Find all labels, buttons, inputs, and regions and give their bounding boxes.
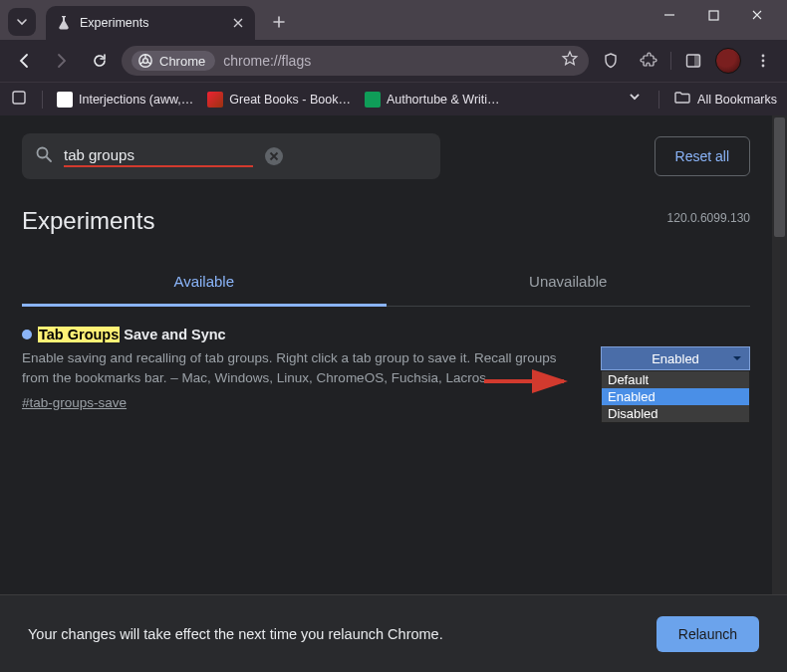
tab-title: Experiments [80,16,223,30]
flags-search-input[interactable] [64,146,253,163]
back-button[interactable] [8,45,40,77]
chrome-chip: Chrome [131,51,215,71]
flag-state-select[interactable]: Enabled [601,346,750,370]
url-text: chrome://flags [223,53,553,69]
page-viewport: Reset all Experiments 120.0.6099.130 Ava… [0,115,787,672]
window-controls [648,0,779,30]
reset-all-button[interactable]: Reset all [655,136,750,176]
bookmark-label: Great Books - Book… [229,93,351,107]
flag-title: Tab Groups Save and Sync [22,327,581,342]
bookmark-favicon [365,92,381,108]
search-icon [34,144,54,168]
all-bookmarks-label: All Bookmarks [697,93,777,107]
flask-icon [56,15,72,31]
tab-available[interactable]: Available [22,259,387,307]
profile-avatar[interactable] [715,48,741,74]
relaunch-message: Your changes will take effect the next t… [28,626,656,642]
vertical-scrollbar[interactable] [772,115,787,672]
minimize-button[interactable] [648,0,691,30]
flag-anchor-link[interactable]: #tab-groups-save [22,395,127,410]
extensions-icon[interactable] [633,45,664,77]
browser-toolbar: Chrome chrome://flags [0,40,787,82]
bookmark-label: Authortube & Writi… [387,93,500,107]
svg-point-5 [762,55,765,58]
svg-point-7 [762,65,765,68]
maximize-button[interactable] [691,0,735,30]
bookmark-favicon [207,92,223,108]
scrollbar-thumb[interactable] [774,117,785,237]
close-tab-button[interactable] [231,16,245,30]
reading-list-icon[interactable] [10,89,28,110]
forward-button[interactable] [46,45,78,77]
tab-search-button[interactable] [8,8,36,36]
address-bar[interactable]: Chrome chrome://flags [122,46,589,76]
kebab-menu-icon[interactable] [747,45,779,77]
modified-dot-icon [22,330,32,339]
chrome-chip-label: Chrome [159,54,205,69]
relaunch-bar: Your changes will take effect the next t… [0,594,787,672]
clear-search-button[interactable] [263,145,285,167]
bookmark-item[interactable]: Authortube & Writi… [365,92,500,108]
relaunch-button[interactable]: Relaunch [656,616,759,652]
tabs: Available Unavailable [22,259,750,307]
svg-rect-4 [694,55,700,67]
svg-point-6 [762,60,765,63]
browser-tab[interactable]: Experiments [46,6,255,40]
flag-description: Enable saving and recalling of tab group… [22,348,580,389]
page-title: Experiments [22,207,750,235]
folder-icon [673,89,691,110]
bookmarks-overflow-icon[interactable] [627,92,645,107]
shield-icon[interactable] [595,45,627,77]
bookmark-label: Interjections (aww,… [79,93,193,107]
dropdown-option-disabled[interactable]: Disabled [602,405,749,422]
bookmark-favicon [57,92,73,108]
close-window-button[interactable] [735,0,779,30]
flags-search-box[interactable] [22,133,440,179]
new-tab-button[interactable] [265,8,293,36]
svg-point-2 [143,59,148,64]
chevron-down-icon [731,352,743,367]
all-bookmarks-button[interactable]: All Bookmarks [673,89,777,110]
version-text: 120.0.6099.130 [667,211,750,225]
svg-point-9 [38,148,48,158]
svg-rect-0 [709,11,718,20]
side-panel-icon[interactable] [677,45,709,77]
dropdown-option-default[interactable]: Default [602,371,749,388]
bookmark-item[interactable]: Interjections (aww,… [57,92,193,108]
star-icon[interactable] [561,50,579,72]
svg-rect-8 [13,92,25,104]
bookmarks-bar: Interjections (aww,… Great Books - Book…… [0,82,787,115]
bookmark-item[interactable]: Great Books - Book… [207,92,351,108]
flag-state-dropdown: Default Enabled Disabled [601,370,750,423]
dropdown-option-enabled[interactable]: Enabled [602,388,749,405]
flag-row: Tab Groups Save and Sync Enable saving a… [22,327,750,411]
tab-unavailable[interactable]: Unavailable [387,259,751,306]
reload-button[interactable] [84,45,116,77]
window-titlebar: Experiments [0,0,787,40]
